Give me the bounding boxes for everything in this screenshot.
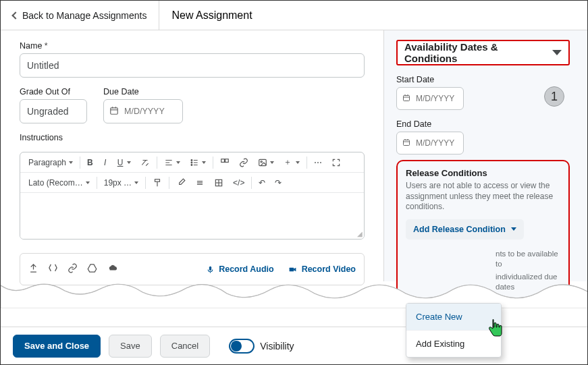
attachment-bar: Record Audio Record Video	[20, 253, 365, 285]
end-date-text[interactable]	[415, 138, 456, 148]
due-date-input[interactable]	[103, 99, 183, 123]
annotation-step-1: 1	[544, 86, 564, 107]
svg-rect-0	[111, 107, 118, 113]
name-input[interactable]	[20, 53, 365, 78]
save-button[interactable]: Save	[109, 335, 152, 358]
record-video-button[interactable]: Record Video	[288, 264, 356, 274]
insert-stuff-button[interactable]	[216, 155, 234, 170]
start-date-text[interactable]	[415, 93, 456, 104]
triangle-down-icon	[552, 50, 562, 55]
add-release-condition-button[interactable]: Add Release Condition	[406, 219, 524, 240]
svg-rect-30	[404, 140, 410, 145]
svg-rect-25	[289, 267, 294, 271]
name-label: Name	[20, 41, 365, 51]
link-button[interactable]	[235, 155, 252, 170]
image-button[interactable]	[254, 155, 278, 170]
chevron-down-icon	[134, 181, 138, 184]
chevron-down-icon	[86, 181, 90, 184]
list-button[interactable]	[186, 155, 210, 170]
chevron-down-icon	[511, 227, 516, 231]
grade-label: Grade Out Of	[20, 87, 87, 96]
clear-format-button[interactable]	[136, 155, 154, 170]
svg-rect-14	[225, 159, 229, 162]
back-button[interactable]: Back to Manage Assignments	[1, 1, 159, 30]
instructions-editor: Paragraph B I U	[20, 152, 365, 240]
bold-button[interactable]: B	[83, 155, 97, 170]
calendar-icon	[109, 106, 119, 117]
svg-point-8	[191, 162, 192, 163]
svg-point-16	[261, 161, 262, 162]
chevron-down-icon	[176, 161, 180, 164]
format-painter-button[interactable]	[149, 175, 166, 190]
source-code-button[interactable]: </>	[229, 175, 248, 190]
release-conditions-box: Release Conditions Users are not able to…	[396, 160, 570, 302]
dropdown-create-new[interactable]: Create New	[406, 304, 501, 330]
grade-input[interactable]	[20, 99, 87, 123]
upload-icon[interactable]	[28, 263, 38, 275]
underline-button[interactable]: U	[113, 155, 136, 170]
visibility-toggle[interactable]	[229, 339, 255, 354]
svg-point-7	[191, 159, 192, 161]
chevron-down-icon	[69, 161, 73, 164]
more-button[interactable]: ⋯	[310, 155, 326, 170]
start-date-input[interactable]	[396, 87, 464, 110]
start-date-label: Start Date	[396, 75, 570, 84]
chevron-down-icon	[270, 161, 274, 164]
eyedropper-button[interactable]	[172, 175, 190, 190]
dropdown-add-existing[interactable]: Add Existing	[406, 330, 501, 357]
back-label: Back to Manage Assignments	[22, 10, 146, 21]
end-date-label: End Date	[396, 119, 570, 129]
editor-toolbar-row2: Lato (Recom… 19px … </>	[20, 173, 364, 193]
onedrive-icon[interactable]	[107, 263, 119, 275]
undo-button[interactable]: ↶	[255, 175, 269, 190]
visibility-label: Visibility	[260, 341, 294, 352]
align-button[interactable]	[160, 155, 184, 170]
google-drive-icon[interactable]	[87, 263, 97, 275]
due-date-label: Due Date	[103, 87, 183, 96]
instructions-label: Instructions	[20, 133, 365, 142]
redo-button[interactable]: ↷	[271, 175, 286, 190]
calendar-icon	[402, 94, 410, 104]
svg-rect-26	[404, 95, 410, 101]
page-title: New Assignment	[159, 1, 264, 30]
link-attach-icon[interactable]	[68, 263, 78, 275]
quicklink-icon[interactable]	[48, 263, 58, 275]
fullscreen-button[interactable]	[327, 155, 345, 170]
special-access-note2: individualized due dates	[496, 272, 560, 292]
svg-rect-15	[259, 159, 267, 165]
size-select[interactable]: 19px …	[100, 175, 142, 190]
svg-rect-24	[209, 266, 211, 271]
svg-point-9	[191, 164, 192, 165]
release-heading: Release Conditions	[406, 168, 560, 178]
end-date-input[interactable]	[396, 132, 464, 155]
due-date-text[interactable]	[123, 106, 170, 117]
availability-panel-toggle[interactable]: Availability Dates & Conditions	[396, 40, 570, 65]
chevron-down-icon	[127, 161, 131, 164]
chevron-down-icon	[202, 161, 206, 164]
release-description: Users are not able to access or view the…	[406, 181, 560, 213]
table-button[interactable]	[210, 175, 228, 190]
chevron-down-icon	[296, 161, 300, 164]
resize-handle-icon[interactable]: ◢	[357, 230, 363, 237]
cancel-button[interactable]: Cancel	[160, 335, 210, 358]
record-audio-button[interactable]: Record Audio	[206, 264, 273, 274]
editor-toolbar-row1: Paragraph B I U	[20, 152, 364, 173]
right-panel: Availability Dates & Conditions 1 Start …	[384, 30, 587, 281]
equation-button[interactable]	[191, 175, 209, 190]
svg-rect-17	[155, 179, 160, 181]
svg-rect-13	[221, 159, 225, 162]
add-button[interactable]: ＋	[279, 154, 304, 171]
left-column: Name Grade Out Of Due Date Instructions …	[1, 30, 384, 281]
block-select[interactable]: Paragraph	[24, 155, 77, 170]
release-condition-dropdown: Create New Add Existing	[406, 303, 502, 358]
chevron-left-icon	[11, 11, 19, 19]
editor-textarea[interactable]: ◢	[20, 193, 364, 239]
italic-button[interactable]: I	[99, 155, 112, 170]
save-and-close-button[interactable]: Save and Close	[13, 335, 101, 358]
top-bar: Back to Manage Assignments New Assignmen…	[1, 1, 587, 30]
calendar-icon	[402, 138, 410, 148]
font-select[interactable]: Lato (Recom…	[24, 175, 94, 190]
special-access-note1: nts to be available to	[496, 249, 560, 269]
